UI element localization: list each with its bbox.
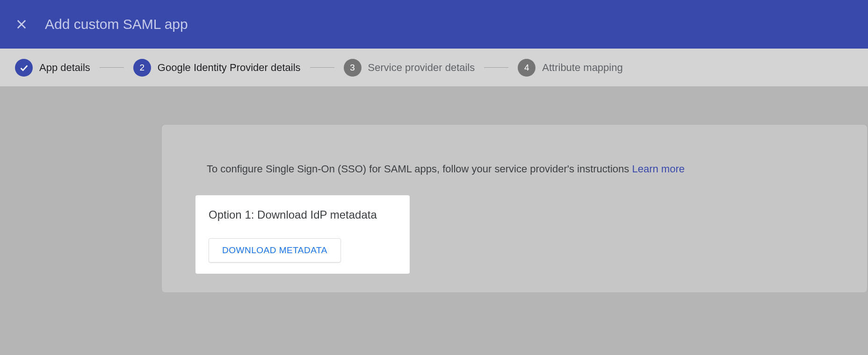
check-icon	[15, 59, 33, 77]
stepper: App details 2 Google Identity Provider d…	[0, 49, 868, 87]
step-number: 3	[344, 59, 362, 77]
step-label: App details	[39, 62, 90, 74]
step-connector	[484, 67, 508, 68]
intro-text: To configure Single Sign-On (SSO) for SA…	[207, 162, 822, 177]
step-attribute-mapping[interactable]: 4 Attribute mapping	[518, 59, 622, 77]
option-1-title: Option 1: Download IdP metadata	[209, 208, 397, 221]
step-number: 4	[518, 59, 535, 77]
step-number: 2	[133, 59, 151, 77]
dialog-title: Add custom SAML app	[45, 16, 188, 32]
option-1-box: Option 1: Download IdP metadata DOWNLOAD…	[195, 195, 410, 274]
close-icon[interactable]	[15, 18, 28, 31]
step-sp-details[interactable]: 3 Service provider details	[344, 59, 475, 77]
idp-details-card: To configure Single Sign-On (SSO) for SA…	[161, 124, 868, 293]
step-connector	[310, 67, 334, 68]
download-metadata-button[interactable]: DOWNLOAD METADATA	[209, 238, 341, 263]
intro-body: To configure Single Sign-On (SSO) for SA…	[207, 163, 632, 175]
step-label: Google Identity Provider details	[158, 62, 301, 74]
step-app-details[interactable]: App details	[15, 59, 90, 77]
step-connector	[100, 67, 124, 68]
step-label: Service provider details	[368, 62, 475, 74]
content-area: To configure Single Sign-On (SSO) for SA…	[0, 87, 868, 293]
step-idp-details[interactable]: 2 Google Identity Provider details	[133, 59, 301, 77]
step-label: Attribute mapping	[542, 62, 622, 74]
learn-more-link[interactable]: Learn more	[632, 163, 685, 175]
dialog-header: Add custom SAML app	[0, 0, 868, 49]
